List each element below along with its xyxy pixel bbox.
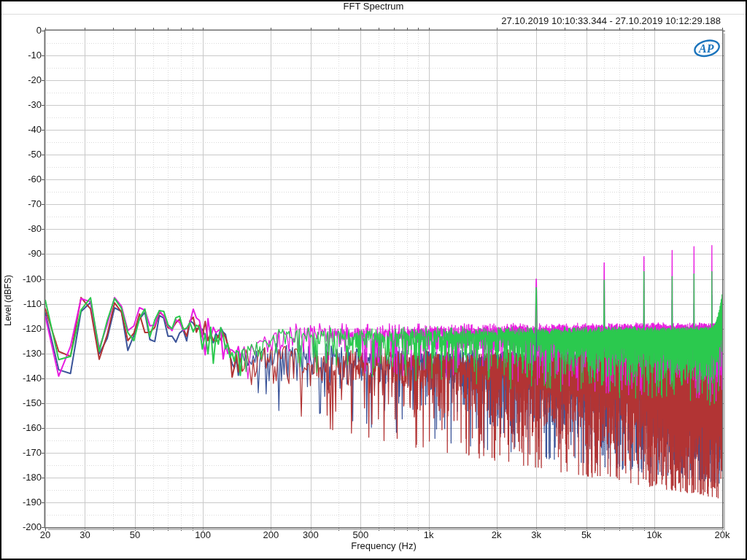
x-tick-label-30: 30 <box>80 529 90 540</box>
y-tick-label--100: -100 <box>11 273 42 284</box>
x-tick-label-100: 100 <box>195 529 211 540</box>
y-tick-label--200: -200 <box>11 521 42 532</box>
fft-spectrum-window: FFT Spectrum 27.10.2019 10:10:33.344 - 2… <box>0 0 747 560</box>
y-tick-label--140: -140 <box>11 373 42 384</box>
measurement-date-range: 27.10.2019 10:10:33.344 - 27.10.2019 10:… <box>501 15 721 26</box>
y-tick-label--130: -130 <box>11 348 42 359</box>
x-tick-label-2k: 2k <box>492 529 502 540</box>
y-tick-label--120: -120 <box>11 323 42 334</box>
x-axis-title: Frequency (Hz) <box>0 540 747 551</box>
y-tick-label-0: 0 <box>11 25 42 36</box>
y-tick-label--80: -80 <box>11 223 42 234</box>
x-tick-label-10k: 10k <box>646 529 662 540</box>
x-tick-label-1k: 1k <box>424 529 434 540</box>
y-tick-label--180: -180 <box>11 472 42 483</box>
y-tick-label--170: -170 <box>11 447 42 458</box>
y-tick-label--160: -160 <box>11 422 42 433</box>
y-tick-label--50: -50 <box>11 149 42 160</box>
y-tick-label--20: -20 <box>11 74 42 85</box>
y-tick-label--90: -90 <box>11 248 42 259</box>
x-tick-label-300: 300 <box>303 529 319 540</box>
y-tick-label--40: -40 <box>11 124 42 135</box>
plot-area[interactable] <box>45 31 722 527</box>
y-tick-label--10: -10 <box>11 50 42 61</box>
x-tick-label-5k: 5k <box>581 529 592 540</box>
y-tick-label--30: -30 <box>11 99 42 110</box>
y-tick-label--70: -70 <box>11 198 42 209</box>
y-tick-label--190: -190 <box>11 497 42 508</box>
x-tick-label-20k: 20k <box>715 529 730 540</box>
y-tick-label--110: -110 <box>11 298 42 309</box>
x-tick-label-500: 500 <box>353 529 369 540</box>
y-tick-label--60: -60 <box>11 174 42 184</box>
title-divider <box>1 14 746 15</box>
x-tick-label-50: 50 <box>130 529 140 540</box>
y-tick-label--150: -150 <box>11 397 42 408</box>
page-title: FFT Spectrum <box>0 1 747 12</box>
x-tick-label-200: 200 <box>263 529 279 540</box>
x-tick-label-3k: 3k <box>531 529 541 540</box>
